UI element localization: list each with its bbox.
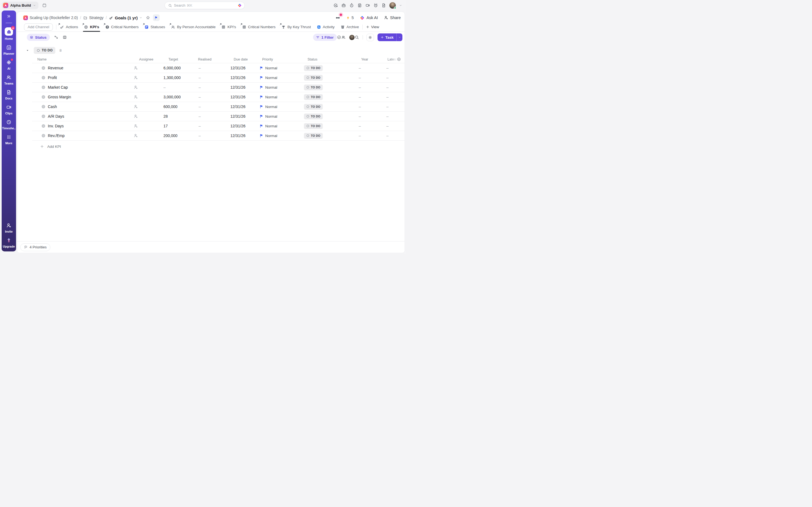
cell-target[interactable]: 600,000 [162,104,197,109]
cell-realised[interactable]: – [197,66,229,70]
cell-priority[interactable]: Normal [257,76,303,80]
cell-due-date[interactable]: 12/31/26 [229,104,257,109]
focus-mode-button[interactable] [335,15,341,20]
favorite-star-icon[interactable] [146,15,150,20]
sidebar-item-clips[interactable]: Clips [2,104,16,115]
sidebar-item-more[interactable]: More [2,134,16,145]
add-column-icon[interactable] [397,57,401,61]
column-header-assignee[interactable]: Assignee [126,57,162,61]
cell-target[interactable]: 1,300,000 [162,75,197,80]
cell-year[interactable]: – [358,66,386,70]
table-row[interactable]: Gross Margin 3,000,000 – 12/31/26 Normal… [32,92,405,102]
cell-target[interactable]: – [162,85,197,90]
columns-icon[interactable] [62,35,67,40]
streak-counter[interactable]: 5 [346,15,354,20]
cell-due-date[interactable]: 12/31/26 [229,95,257,99]
cell-latest[interactable]: – [386,104,405,109]
breadcrumb-view[interactable]: Goals (1 yr) [109,15,138,20]
view-tab[interactable]: By Person Accountable [171,22,216,32]
column-header-year[interactable]: Year [358,57,386,61]
add-view-button[interactable]: View [366,25,379,29]
cell-realised[interactable]: – [197,114,229,118]
cell-year[interactable]: – [358,133,386,138]
cell-assignee[interactable] [126,104,162,109]
add-channel-button[interactable]: Add Channel [24,23,53,31]
search-tasks-icon[interactable] [355,35,359,40]
cell-name[interactable]: Gross Margin [32,95,126,99]
view-tab[interactable]: By Key Thrust [281,22,311,32]
cell-realised[interactable]: – [197,75,229,80]
column-header-name[interactable]: Name [32,57,126,61]
view-tab[interactable]: KPI's [84,22,99,32]
cell-latest[interactable]: – [386,95,405,99]
cell-name[interactable]: Inv. Days [32,124,126,128]
view-tab[interactable]: Statuses [144,22,165,32]
cell-name[interactable]: Cash [32,104,126,109]
cell-priority[interactable]: Normal [257,124,303,128]
view-chevron-icon[interactable] [139,16,142,19]
calendar-icon[interactable] [42,3,47,8]
cell-target[interactable]: 17 [162,124,197,128]
cell-status[interactable]: TO DO [303,104,358,110]
cell-realised[interactable]: – [197,104,229,109]
cell-assignee[interactable] [126,114,162,118]
cell-due-date[interactable]: 12/31/26 [229,114,257,118]
cell-target[interactable]: 28 [162,114,197,118]
cell-assignee[interactable] [126,95,162,99]
table-row[interactable]: Inv. Days 17 – 12/31/26 Normal TO DO – – [32,121,405,131]
priorities-button[interactable]: 4 Priorities [20,243,50,251]
cell-priority[interactable]: Normal [257,105,303,109]
doc-icon[interactable] [382,3,386,8]
cell-realised[interactable]: – [197,95,229,99]
column-header-target[interactable]: Target [162,57,197,61]
ai-sparkle-icon[interactable] [238,3,242,7]
cell-status[interactable]: TO DO [303,114,358,119]
sidebar-item-home[interactable]: 4 Home [2,27,16,40]
cell-realised[interactable]: – [197,85,229,90]
cell-assignee[interactable] [126,75,162,80]
cell-year[interactable]: – [358,75,386,80]
cell-latest[interactable]: – [386,114,405,118]
add-kpi-row[interactable]: Add KPI [32,140,405,152]
ask-ai-button[interactable]: Ask AI [360,15,378,20]
clip-record-icon[interactable] [365,3,370,8]
cell-year[interactable]: – [358,124,386,128]
table-row[interactable]: Cash 600,000 – 12/31/26 Normal TO DO – – [32,102,405,112]
cell-assignee[interactable] [126,133,162,138]
closed-tasks-icon[interactable] [337,35,341,40]
add-task-button[interactable]: Task [377,34,402,41]
cell-priority[interactable]: Normal [257,114,303,118]
filter-button[interactable]: 1 Filter [313,34,337,41]
cell-year[interactable]: – [358,95,386,99]
notepad-icon[interactable] [357,3,362,8]
column-header-due-date[interactable]: Due date [229,57,257,61]
cell-due-date[interactable]: 12/31/26 [229,75,257,80]
cell-status[interactable]: TO DO [303,123,358,129]
cell-year[interactable]: – [358,85,386,90]
cell-priority[interactable]: Normal [257,66,303,70]
cell-year[interactable]: – [358,104,386,109]
flagged-toggle[interactable] [153,14,160,21]
share-button[interactable]: Share [384,15,401,20]
assignees-icon[interactable] [341,35,346,40]
column-header-latest[interactable]: Latest [386,57,405,61]
cell-status[interactable]: TO DO [303,84,358,90]
cell-latest[interactable]: – [386,85,405,90]
sidebar-item-teams[interactable]: Teams [2,74,16,85]
cell-status[interactable]: TO DO [303,65,358,71]
view-settings-button[interactable] [366,34,374,41]
cell-status[interactable]: TO DO [303,94,358,100]
cell-name[interactable]: Revenue [32,66,126,70]
workspace-switcher[interactable]: Alpha Build [2,2,39,9]
cell-realised[interactable]: – [197,124,229,128]
cell-latest[interactable]: – [386,124,405,128]
relationships-icon[interactable] [54,35,58,40]
cell-name[interactable]: A/R Days [32,114,126,118]
group-by-status-button[interactable]: Status [27,34,50,41]
status-group-pill[interactable]: TO DO [34,47,55,54]
column-header-realised[interactable]: Realised [197,57,229,61]
sidebar-item-invite[interactable]: Invite [2,222,16,233]
cell-realised[interactable]: – [197,133,229,138]
cell-assignee[interactable] [126,85,162,90]
cell-latest[interactable]: – [386,66,405,70]
